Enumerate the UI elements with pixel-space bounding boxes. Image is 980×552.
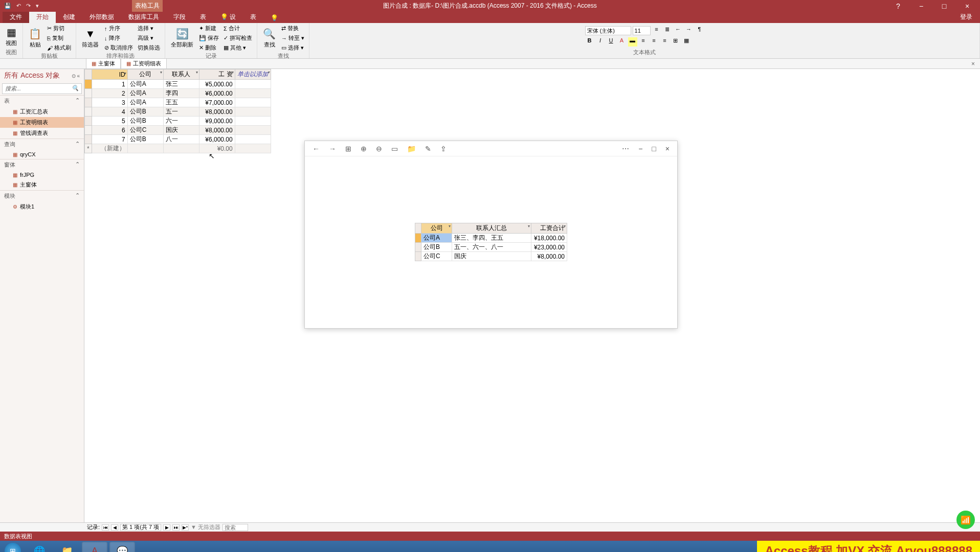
nav-item-detail-table[interactable]: ▦工资明细表	[0, 117, 84, 128]
summary-cell-contacts[interactable]: 五一、六一、八一	[452, 243, 531, 252]
record-position-input[interactable]	[120, 524, 161, 531]
goto-button[interactable]: → 转至 ▾	[280, 34, 306, 42]
cell-new-salary[interactable]: ¥0.00	[199, 144, 235, 153]
summary-select-all[interactable]	[415, 223, 421, 234]
cell-id[interactable]: 3	[92, 98, 127, 107]
new-record-button[interactable]: ✦ 新建	[197, 24, 220, 33]
filter-button[interactable]: ▼筛选器	[79, 27, 101, 50]
select-all-box[interactable]	[85, 70, 92, 80]
delete-record-button[interactable]: ✕ 删除	[197, 43, 220, 52]
advanced-button[interactable]: 高级 ▾	[136, 34, 162, 42]
cell-salary[interactable]: ¥9,000.00	[199, 117, 235, 126]
cell-add[interactable]	[235, 126, 271, 135]
spelling-button[interactable]: ✓ 拼写检查	[222, 34, 254, 42]
fill-color-icon[interactable]: ▦	[682, 37, 691, 47]
table-row[interactable]: 6 公司C 国庆 ¥8,000.00	[85, 126, 271, 135]
row-selector[interactable]	[85, 126, 92, 135]
first-record-button[interactable]: ⏮	[102, 524, 109, 531]
cell-contact[interactable]: 六一	[163, 117, 199, 126]
close-tab-button[interactable]: ×	[971, 60, 980, 67]
cell-contact[interactable]: 国庆	[163, 126, 199, 135]
view-button[interactable]: ▦视图	[3, 25, 19, 48]
tab-field[interactable]: 字段	[166, 11, 193, 23]
align-center-icon[interactable]: ≡	[650, 37, 659, 47]
row-selector[interactable]	[85, 98, 92, 107]
highlight-button[interactable]: ▬	[628, 37, 637, 47]
cell-add[interactable]	[235, 117, 271, 126]
help-button[interactable]: ?	[890, 2, 906, 10]
prev-record-button[interactable]: ◀	[111, 524, 118, 531]
row-selector-new[interactable]: *	[85, 144, 92, 153]
table-row[interactable]: 5 公司B 六一 ¥9,000.00	[85, 117, 271, 126]
summary-row[interactable]: 公司A 张三、李四、王五 ¥18,000.00	[415, 234, 567, 243]
tab-tell1[interactable]: 💡 设	[213, 11, 243, 23]
summary-row-selector[interactable]	[415, 243, 421, 252]
cell-salary[interactable]: ¥5,000.00	[199, 80, 235, 89]
nav-item-module1[interactable]: ⚙模块1	[0, 201, 84, 212]
cell-id[interactable]: 5	[92, 117, 127, 126]
viewer-minimize-icon[interactable]: −	[638, 145, 642, 153]
record-search-input[interactable]	[222, 524, 248, 531]
cell-company[interactable]: 公司B	[127, 117, 163, 126]
cell-company[interactable]: 公司B	[127, 135, 163, 144]
taskbar-chrome[interactable]: 🌐	[27, 542, 52, 552]
cell-contact[interactable]: 李四	[163, 89, 199, 98]
doc-tab-detail-table[interactable]: ▦工资明细表	[121, 58, 167, 69]
tab-table[interactable]: 表	[193, 11, 213, 23]
viewer-close-icon[interactable]: ×	[665, 145, 670, 153]
table-row[interactable]: 3 公司A 王五 ¥7,000.00	[85, 98, 271, 107]
forward-icon[interactable]: →	[329, 145, 336, 153]
summary-row[interactable]: 公司C 国庆 ¥8,000.00	[415, 252, 567, 261]
descending-button[interactable]: ↓ 降序	[103, 34, 135, 42]
minimize-button[interactable]: −	[914, 2, 929, 10]
more-icon[interactable]: ⋯	[622, 145, 629, 153]
summary-cell-company[interactable]: 公司C	[421, 252, 452, 261]
selection-button[interactable]: 选择 ▾	[136, 24, 162, 33]
dropdown-icon[interactable]: ▾	[160, 70, 162, 75]
totals-button[interactable]: Σ 合计	[222, 24, 254, 33]
dropdown-icon[interactable]: ▾	[564, 224, 566, 228]
save-icon[interactable]: 💾	[4, 3, 11, 9]
refresh-all-button[interactable]: 🔄全部刷新	[168, 27, 196, 50]
summary-row-selector[interactable]	[415, 252, 421, 261]
nav-item-pipeline-table[interactable]: ▦管线调查表	[0, 128, 84, 139]
summary-col-contacts[interactable]: 联系人汇总▾	[452, 223, 531, 234]
nav-section-forms[interactable]: 窗体⌃	[0, 159, 84, 170]
dropdown-icon[interactable]: ▾	[449, 224, 451, 228]
cell-id[interactable]: 2	[92, 89, 127, 98]
ascending-button[interactable]: ↑ 升序	[103, 24, 135, 33]
zoom-in-icon[interactable]: ⊕	[361, 145, 367, 153]
save-record-button[interactable]: 💾 保存	[197, 34, 220, 42]
summary-cell-total[interactable]: ¥18,000.00	[531, 234, 567, 243]
qat-dropdown-icon[interactable]: ▾	[36, 3, 39, 9]
more-button[interactable]: ▦ 其他 ▾	[222, 43, 254, 52]
cell-new-contact[interactable]	[163, 144, 199, 153]
cell-company[interactable]: 公司A	[127, 89, 163, 98]
fit-icon[interactable]: ▭	[391, 145, 398, 153]
row-selector[interactable]	[85, 117, 92, 126]
text-direction-icon[interactable]: ¶	[695, 26, 704, 35]
dropdown-icon[interactable]: ▾	[528, 224, 530, 228]
tab-tell3[interactable]: 💡	[263, 13, 285, 23]
cell-salary[interactable]: ¥6,000.00	[199, 89, 235, 98]
cell-new-id[interactable]: （新建）	[92, 144, 127, 153]
remove-sort-button[interactable]: ⊘ 取消排序	[103, 43, 135, 52]
nav-item-mainform[interactable]: ▦主窗体	[0, 179, 84, 190]
zoom-out-icon[interactable]: ⊖	[376, 145, 382, 153]
align-right-icon[interactable]: ≡	[660, 37, 670, 47]
underline-button[interactable]: U	[607, 37, 616, 47]
dropdown-icon[interactable]: ▾	[268, 70, 270, 75]
nav-item-summary-table[interactable]: ▦工资汇总表	[0, 106, 84, 117]
cell-contact[interactable]: 五一	[163, 107, 199, 117]
close-button[interactable]: ×	[960, 2, 975, 10]
doc-tab-mainform[interactable]: ▦主窗体	[86, 58, 121, 69]
summary-cell-contacts[interactable]: 国庆	[452, 252, 531, 261]
column-header-company[interactable]: 公司▾	[127, 70, 163, 80]
cell-company[interactable]: 公司B	[127, 107, 163, 117]
nav-section-queries[interactable]: 查询⌃	[0, 139, 84, 150]
cut-button[interactable]: ✂ 剪切	[46, 24, 73, 33]
align-left-icon[interactable]: ≡	[639, 37, 648, 47]
detail-datasheet[interactable]: ID▾ 公司▾ 联系人▾ 工 资▾ 单击以添加▾ 1 公司A 张三 ¥5,000…	[84, 69, 271, 153]
summary-cell-contacts[interactable]: 张三、李四、王五	[452, 234, 531, 243]
cell-contact[interactable]: 张三	[163, 80, 199, 89]
